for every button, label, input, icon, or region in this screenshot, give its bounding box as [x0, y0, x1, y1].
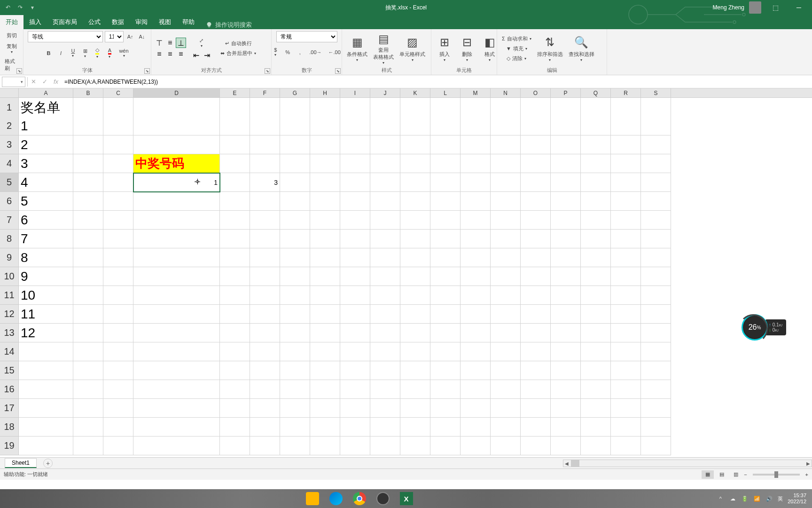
cell-O17[interactable]: [521, 399, 551, 418]
cell-N15[interactable]: [491, 361, 521, 380]
cell-E3[interactable]: [220, 135, 250, 154]
underline-button[interactable]: U▾: [68, 47, 78, 59]
cell-R1[interactable]: [611, 98, 641, 118]
cell-F11[interactable]: [250, 286, 280, 305]
cell-M17[interactable]: [461, 399, 491, 418]
cell-E8[interactable]: [220, 230, 250, 248]
cell-J12[interactable]: [370, 305, 400, 324]
row-header-12[interactable]: 12: [0, 305, 19, 324]
cell-F17[interactable]: [250, 399, 280, 418]
font-color-button[interactable]: A▾: [105, 47, 114, 60]
cell-K13[interactable]: [400, 324, 430, 342]
cell-O2[interactable]: [521, 117, 551, 135]
row-header-10[interactable]: 10: [0, 267, 19, 286]
horizontal-scrollbar[interactable]: ◀ ▶: [563, 460, 812, 467]
cell-B14[interactable]: [73, 342, 103, 361]
normal-view-button[interactable]: ▦: [702, 470, 714, 479]
column-header-M[interactable]: M: [461, 88, 491, 97]
cell-R12[interactable]: [611, 305, 641, 324]
cell-J10[interactable]: [370, 267, 400, 286]
cell-G13[interactable]: [280, 324, 310, 342]
cell-B5[interactable]: [73, 173, 103, 192]
copy-button[interactable]: 复制▾: [5, 42, 19, 55]
tray-clock[interactable]: 15:37 2022/12: [788, 492, 806, 505]
cell-F1[interactable]: [250, 98, 280, 118]
cell-P6[interactable]: [551, 192, 581, 211]
cell-S14[interactable]: [641, 342, 671, 361]
decrease-font-button[interactable]: A↓: [137, 33, 147, 40]
row-header-19[interactable]: 19: [0, 437, 19, 455]
cell-A11[interactable]: 10: [19, 286, 73, 305]
cell-D10[interactable]: [133, 267, 220, 286]
spreadsheet-grid[interactable]: ABCDEFGHIJKLMNOPQRS 1奖名单213243中奖号码541365…: [0, 88, 812, 457]
percent-button[interactable]: %: [283, 46, 292, 58]
row-header-1[interactable]: 1: [0, 98, 19, 118]
cell-O12[interactable]: [521, 305, 551, 324]
cell-F9[interactable]: [250, 248, 280, 267]
cell-Q9[interactable]: [581, 248, 611, 267]
cell-E11[interactable]: [220, 286, 250, 305]
cell-C10[interactable]: [103, 267, 133, 286]
cell-E5[interactable]: [220, 173, 250, 192]
cell-C12[interactable]: [103, 305, 133, 324]
cell-A7[interactable]: 6: [19, 211, 73, 230]
cell-L14[interactable]: [430, 342, 461, 361]
cell-C19[interactable]: [103, 437, 133, 455]
cell-S10[interactable]: [641, 267, 671, 286]
cell-D9[interactable]: [133, 248, 220, 267]
cell-Q3[interactable]: [581, 135, 611, 154]
wrap-text-button[interactable]: ↵自动换行: [219, 39, 258, 48]
column-header-J[interactable]: J: [370, 88, 400, 97]
cell-B11[interactable]: [73, 286, 103, 305]
scroll-thumb[interactable]: [571, 460, 579, 467]
cell-E12[interactable]: [220, 305, 250, 324]
cell-C16[interactable]: [103, 380, 133, 399]
cell-S3[interactable]: [641, 135, 671, 154]
cell-P11[interactable]: [551, 286, 581, 305]
cell-S5[interactable]: [641, 173, 671, 192]
cell-K19[interactable]: [400, 437, 430, 455]
cell-M14[interactable]: [461, 342, 491, 361]
cell-D2[interactable]: [133, 117, 220, 135]
cell-E7[interactable]: [220, 211, 250, 230]
cell-E4[interactable]: [220, 154, 250, 173]
cell-G5[interactable]: [280, 173, 310, 192]
cell-R19[interactable]: [611, 437, 641, 455]
fill-color-button[interactable]: ◇▾: [93, 46, 102, 60]
cell-E16[interactable]: [220, 380, 250, 399]
cell-F16[interactable]: [250, 380, 280, 399]
cell-R3[interactable]: [611, 135, 641, 154]
page-layout-view-button[interactable]: ▤: [716, 470, 728, 479]
cell-A6[interactable]: 5: [19, 192, 73, 211]
column-header-F[interactable]: F: [250, 88, 280, 97]
row-header-13[interactable]: 13: [0, 324, 19, 342]
accounting-format-button[interactable]: $▾: [271, 46, 280, 58]
tray-ime[interactable]: 英: [778, 495, 783, 502]
cell-R11[interactable]: [611, 286, 641, 305]
cell-S16[interactable]: [641, 380, 671, 399]
cell-D15[interactable]: [133, 361, 220, 380]
cell-Q2[interactable]: [581, 117, 611, 135]
cell-Q1[interactable]: [581, 98, 611, 118]
cell-E1[interactable]: [220, 98, 250, 118]
cell-R10[interactable]: [611, 267, 641, 286]
cell-R18[interactable]: [611, 418, 641, 437]
cell-G17[interactable]: [280, 399, 310, 418]
cell-I8[interactable]: [340, 230, 370, 248]
cell-F3[interactable]: [250, 135, 280, 154]
cell-P10[interactable]: [551, 267, 581, 286]
increase-indent-button[interactable]: ⇥: [202, 50, 212, 60]
cell-A19[interactable]: [19, 437, 73, 455]
cell-B18[interactable]: [73, 418, 103, 437]
cell-H6[interactable]: [310, 192, 340, 211]
name-box[interactable]: ▾: [2, 77, 25, 87]
cell-P4[interactable]: [551, 154, 581, 173]
cell-S18[interactable]: [641, 418, 671, 437]
orientation-button[interactable]: ⤢▾: [191, 37, 212, 49]
cell-I14[interactable]: [340, 342, 370, 361]
cell-H7[interactable]: [310, 211, 340, 230]
cell-L8[interactable]: [430, 230, 461, 248]
row-header-16[interactable]: 16: [0, 380, 19, 399]
number-launcher[interactable]: ⬊: [335, 68, 341, 74]
cell-S8[interactable]: [641, 230, 671, 248]
